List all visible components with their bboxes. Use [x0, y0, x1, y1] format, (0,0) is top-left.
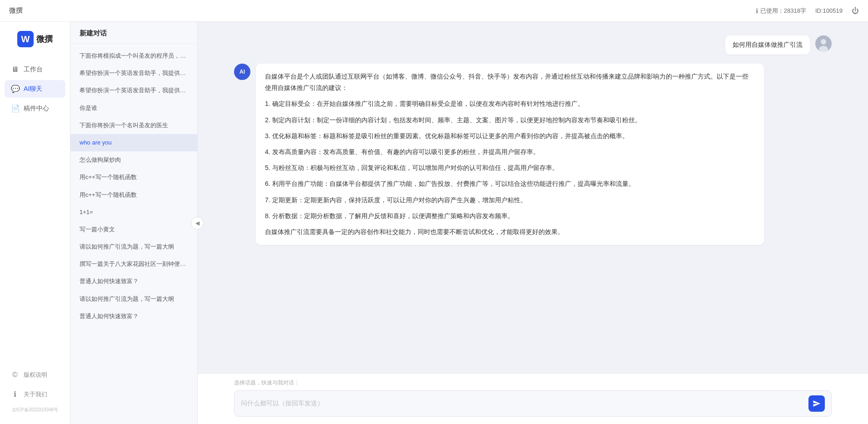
ai-chat-icon: 💬	[11, 85, 19, 93]
conv-item[interactable]: 请以如何推广引流为题，写一篇大纲	[70, 238, 197, 255]
quick-topics: 选择话题，快速与我对话：	[234, 379, 832, 387]
conv-item[interactable]: 请以如何推广引流为题，写一篇大纲	[70, 290, 197, 308]
usage-text: 已使用：28318字	[760, 7, 806, 15]
chat-area: 如何用自媒体做推广引流 AI 自媒体平台是个人或团队通过互联网平台（如博客、微博…	[198, 22, 868, 424]
left-sidebar: W 微撰 🖥 工作台 💬 AI聊天 📄 稿件中心 © 版权说明 ℹ	[0, 22, 70, 424]
chat-messages: 如何用自媒体做推广引流 AI 自媒体平台是个人或团队通过互联网平台（如博客、微博…	[198, 22, 868, 373]
conv-item[interactable]: 怎么做狗屎炒肉	[70, 151, 197, 169]
sidebar-item-workbench[interactable]: 🖥 工作台	[5, 61, 65, 78]
ai-response-p1: 1. 确定目标受众：在开始自媒体推广引流之前，需要明确目标受众是谁，以便在发布内…	[265, 98, 755, 110]
ai-bubble: 自媒体平台是个人或团队通过互联网平台（如博客、微博、微信公众号、抖音、快手等）发…	[256, 64, 764, 245]
conv-list: 下面你将模拟成一个叫圣友的程序员，我说... 希望你扮演一个英语发音助手，我提供…	[70, 44, 197, 424]
about-icon: ℹ	[11, 390, 19, 399]
sidebar-bottom: © 版权说明 ℹ 关于我们 京ICP备2022019348号	[0, 366, 70, 419]
ai-response-p7: 7. 定期更新：定期更新内容，保持活跃度，可以让用户对你的内容产生兴趣，增加用户…	[265, 195, 755, 206]
main-layout: W 微撰 🖥 工作台 💬 AI聊天 📄 稿件中心 © 版权说明 ℹ	[0, 22, 868, 424]
ai-message: AI 自媒体平台是个人或团队通过互联网平台（如博客、微博、微信公众号、抖音、快手…	[234, 64, 832, 245]
ai-response-p4: 4. 发布高质量内容：发布高质量、有价值、有趣的内容可以吸引更多的粉丝，并提高用…	[265, 146, 755, 158]
conv-item[interactable]: 希望你扮演一个英语发音助手，我提供给你...	[70, 65, 197, 82]
logo-icon: W	[17, 31, 34, 47]
topbar: 微撰 ℹ 已使用：28318字 ID:100519 ⏻	[0, 0, 868, 22]
collapse-panel-button[interactable]: ◀	[191, 217, 204, 229]
ai-response-p9: 自媒体推广引流需要具备一定的内容创作和社交能力，同时也需要不断尝试和优化，才能取…	[265, 226, 755, 238]
send-icon	[813, 399, 821, 408]
topbar-title: 微撰	[9, 6, 756, 15]
user-message: 如何用自媒体做推广引流	[234, 35, 832, 55]
send-button[interactable]	[808, 395, 825, 412]
ai-avatar: AI	[234, 64, 250, 80]
ai-response-p2: 2. 制定内容计划：制定一份详细的内容计划，包括发布时间、频率、主题、文案、图片…	[265, 115, 755, 126]
icp-text: 京ICP备2022019348号	[5, 405, 65, 415]
ai-response-p5: 5. 与粉丝互动：积极与粉丝互动，回复评论和私信，可以增加用户对你的认可和信任，…	[265, 162, 755, 174]
conv-panel: 新建对话 下面你将模拟成一个叫圣友的程序员，我说... 希望你扮演一个英语发音助…	[70, 22, 198, 424]
conv-item[interactable]: 用c++写一个随机函数	[70, 186, 197, 204]
ai-chat-label: AI聊天	[24, 85, 42, 93]
sidebar-item-copyright[interactable]: © 版权说明	[5, 366, 65, 384]
conv-item[interactable]: 下面你将扮演一个名叫圣友的医生	[70, 117, 197, 134]
conv-item[interactable]: 普通人如何快速致富？	[70, 308, 197, 325]
user-bubble: 如何用自媒体做推广引流	[725, 35, 810, 55]
logo-area: W 微撰	[17, 31, 53, 47]
workbench-label: 工作台	[24, 65, 43, 74]
copyright-icon: ©	[11, 371, 19, 379]
conv-item[interactable]: 撰写一篇关于八大家花园社区一刻钟便民生...	[70, 255, 197, 273]
conv-item[interactable]: 普通人如何快速致富？	[70, 273, 197, 290]
info-icon: ℹ	[756, 7, 758, 15]
conv-item[interactable]: 用c++写一个随机函数	[70, 169, 197, 186]
user-avatar	[815, 35, 832, 52]
copyright-label: 版权说明	[24, 371, 47, 379]
about-label: 关于我们	[24, 390, 47, 399]
conv-item[interactable]: 下面你将模拟成一个叫圣友的程序员，我说...	[70, 47, 197, 65]
conv-item-active[interactable]: who are you	[70, 134, 197, 151]
sidebar-item-about[interactable]: ℹ 关于我们	[5, 385, 65, 403]
sidebar-item-ai-chat[interactable]: 💬 AI聊天	[5, 80, 65, 98]
user-message-text: 如何用自媒体做推广引流	[733, 41, 803, 48]
drafts-label: 稿件中心	[24, 105, 49, 113]
power-icon[interactable]: ⏻	[852, 7, 859, 15]
nav-items: 🖥 工作台 💬 AI聊天 📄 稿件中心	[0, 61, 70, 117]
ai-response-p6: 6. 利用平台推广功能：自媒体平台都提供了推广功能，如广告投放、付费推广等，可以…	[265, 178, 755, 190]
sidebar-item-drafts[interactable]: 📄 稿件中心	[5, 100, 65, 117]
topbar-right: ℹ 已使用：28318字 ID:100519 ⏻	[756, 7, 859, 15]
ai-response-p0: 自媒体平台是个人或团队通过互联网平台（如博客、微博、微信公众号、抖音、快手等）发…	[265, 71, 755, 94]
conv-item[interactable]: 1+1=	[70, 204, 197, 221]
conv-header[interactable]: 新建对话	[70, 22, 197, 44]
ai-response-p3: 3. 优化标题和标签：标题和标签是吸引粉丝的重要因素。优化标题和标签可以让更多的…	[265, 130, 755, 142]
logo-text: 微撰	[36, 34, 53, 45]
workbench-icon: 🖥	[11, 65, 19, 74]
conv-item[interactable]: 你是谁	[70, 100, 197, 117]
svg-point-1	[821, 39, 826, 45]
drafts-icon: 📄	[11, 104, 19, 113]
ai-response-p8: 8. 分析数据：定期分析数据，了解用户反馈和喜好，以便调整推广策略和内容发布频率…	[265, 210, 755, 222]
input-box	[234, 390, 832, 417]
topbar-usage: ℹ 已使用：28318字	[756, 7, 806, 15]
conv-item[interactable]: 希望你扮演一个英语发音助手，我提供给你...	[70, 82, 197, 99]
chat-input[interactable]	[241, 399, 804, 409]
input-area: 选择话题，快速与我对话：	[198, 373, 868, 424]
conv-item[interactable]: 写一篇小黄文	[70, 221, 197, 238]
topbar-id: ID:100519	[815, 7, 843, 14]
